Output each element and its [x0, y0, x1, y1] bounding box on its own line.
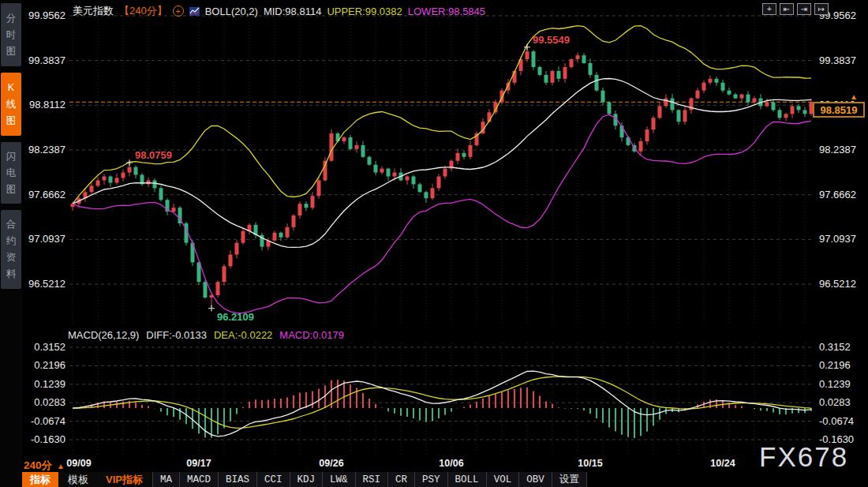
y-axis-tick: -0.1630	[31, 433, 65, 446]
vip-indicators-tab[interactable]: VIP指标	[98, 472, 151, 487]
sidebar-tab-char: 料	[6, 266, 17, 283]
time-axis: 09/0909/1709/2610/0610/1510/24	[0, 456, 868, 472]
indicator-button-vol[interactable]: VOL	[486, 472, 519, 487]
boll-upper-value: UPPER:99.0382	[327, 6, 402, 17]
macd-dea-value: DEA:-0.0222	[214, 329, 272, 341]
macd-diff-value: DIFF:-0.0133	[146, 329, 207, 341]
y-axis-tick: 99.3837	[819, 54, 856, 67]
chart-header: 美元指数 【240分】 + BOLL(20,2) MID:98.8114 UPP…	[73, 5, 485, 17]
y-axis-tick: 98.2387	[28, 144, 65, 156]
sidebar-tab-char: 图	[6, 182, 17, 198]
sidebar-tab-time-chart[interactable]: 分时图	[1, 3, 21, 66]
indicator-button-lw[interactable]: LW&	[322, 472, 355, 487]
y-axis-tick: 97.0937	[28, 233, 65, 245]
macd-indicator-panel[interactable]	[69, 343, 814, 455]
indicator-button-kdj[interactable]: KDJ	[290, 472, 323, 487]
left-sidebar: 分时图K线图闪电图合约资料	[0, 0, 22, 487]
y-axis-tick: 98.2387	[819, 144, 856, 156]
timeframe-indicator[interactable]: 240分 ▲	[24, 459, 65, 473]
y-axis-tick: 0.3152	[819, 341, 851, 354]
sidebar-tab-char: 线	[6, 96, 17, 113]
shift-right-icon[interactable]: ⇥	[797, 3, 811, 15]
sidebar-tab-flash-chart[interactable]: 闪电图	[1, 142, 21, 204]
sidebar-tab-char: 时	[6, 27, 17, 43]
brand-watermark: FX678	[759, 441, 848, 473]
y-axis-tick: 97.6662	[819, 189, 856, 201]
indicator-button-bias[interactable]: BIAS	[218, 472, 256, 487]
x-axis-date-label: 10/24	[705, 458, 740, 469]
x-axis-date-label: 09/17	[181, 458, 216, 469]
current-price-tag: 98.8519	[813, 102, 865, 118]
y-axis-tick: 0.2196	[819, 359, 851, 372]
y-axis-tick: 98.8112	[29, 99, 65, 111]
y-axis-tick: 99.9562	[28, 9, 65, 22]
window-controls: +⇤⇥↦	[762, 3, 829, 15]
x-axis-date-label: 09/26	[314, 458, 349, 469]
templates-tab[interactable]: 模板	[60, 472, 96, 487]
chart-application-window: 98.075999.554996.2109 分时图K线图闪电图合约资料 99.9…	[0, 0, 868, 487]
svg-text:99.5549: 99.5549	[533, 34, 570, 46]
y-axis-tick: 0.1239	[819, 378, 851, 391]
sidebar-tab-char: 分	[6, 10, 17, 27]
x-axis-date-label: 10/06	[434, 458, 469, 469]
settings-button[interactable]: 设置	[552, 472, 587, 487]
svg-text:96.2109: 96.2109	[217, 311, 254, 323]
y-axis-tick: 97.0937	[819, 233, 856, 245]
pan-end-icon[interactable]: ↦	[814, 3, 829, 15]
sidebar-tab-kline-chart[interactable]: K线图	[1, 73, 21, 136]
y-axis-tick: 0.1239	[34, 378, 65, 391]
svg-text:98.0759: 98.0759	[135, 149, 172, 161]
timeframe-label: 240分	[24, 459, 52, 473]
indicator-button-rsi[interactable]: RSI	[355, 472, 388, 487]
sidebar-tab-char: 图	[6, 43, 17, 60]
up-arrow-icon: ▲	[57, 462, 65, 470]
indicator-button-cr[interactable]: CR	[387, 472, 414, 487]
symbol-name: 美元指数	[73, 4, 114, 18]
boll-mid-value: MID:98.8114	[264, 6, 321, 17]
y-axis-tick: 96.5212	[28, 278, 65, 290]
indicator-button-psy[interactable]: PSY	[414, 472, 447, 487]
indicator-button-macd[interactable]: MACD	[179, 472, 218, 487]
x-axis-date-label: 10/15	[573, 458, 608, 469]
indicator-button-cci[interactable]: CCI	[256, 472, 290, 487]
sidebar-tab-char: 电	[6, 165, 17, 182]
y-axis-tick: 0.0283	[34, 396, 65, 409]
macd-settings-label: MACD(26,12,9)	[68, 329, 139, 341]
y-axis-tick: -0.0674	[819, 415, 854, 428]
y-axis-tick: 0.3152	[34, 341, 65, 354]
shift-left-icon[interactable]: ⇤	[780, 3, 794, 15]
indicator-button-boll[interactable]: BOLL	[447, 472, 486, 487]
add-circle-icon[interactable]: +	[173, 6, 184, 17]
y-axis-tick: 0.2196	[34, 359, 65, 372]
sidebar-tab-char: 合	[6, 216, 17, 233]
macd-value: MACD:0.0179	[279, 329, 344, 341]
boll-settings-label: BOLL(20,2)	[205, 6, 258, 17]
right-price-axis: 99.956299.383798.811298.238797.666297.09…	[817, 0, 868, 456]
sidebar-tab-char: 图	[6, 113, 17, 129]
price-pin-icon: ▲	[850, 92, 858, 101]
y-axis-tick: 99.3837	[28, 54, 65, 67]
indicators-tab[interactable]: 指标	[22, 472, 58, 487]
y-axis-tick: -0.0674	[31, 415, 65, 428]
sidebar-tab-char: 闪	[6, 148, 17, 165]
sidebar-tab-char: K	[8, 80, 14, 96]
boll-lower-value: LOWER:98.5845	[408, 6, 485, 17]
sidebar-tab-char: 约	[6, 233, 17, 249]
chart-type-icon[interactable]	[189, 7, 200, 16]
indicator-button-ma[interactable]: MA	[152, 472, 179, 487]
interval-label: 【240分】	[119, 4, 167, 18]
y-axis-tick: 0.0283	[819, 396, 851, 409]
x-axis-date-label: 09/09	[62, 458, 96, 469]
macd-header: MACD(26,12,9) DIFF:-0.0133 DEA:-0.0222 M…	[68, 329, 344, 341]
sidebar-tab-contract-info[interactable]: 合约资料	[1, 210, 21, 289]
bottom-toolbar: 指标模板VIP指标MAMACDBIASCCIKDJLW&RSICRPSYBOLL…	[22, 472, 587, 487]
y-axis-tick: 97.6662	[28, 189, 65, 201]
crosshair-icon[interactable]: +	[762, 3, 776, 15]
indicator-button-obv[interactable]: OBV	[518, 472, 552, 487]
candlestick-chart[interactable]: 98.075999.554996.2109	[69, 9, 814, 324]
sidebar-tab-char: 资	[6, 249, 17, 266]
y-axis-tick: 96.5212	[819, 278, 856, 290]
